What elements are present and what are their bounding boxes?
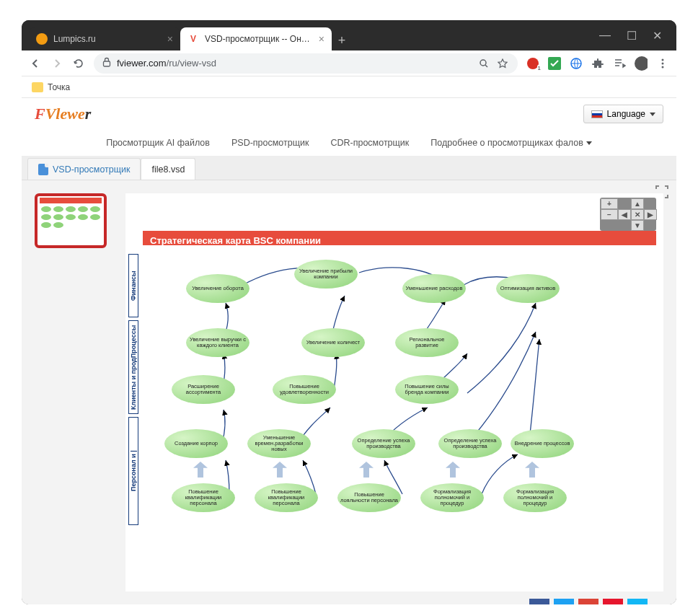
url-bar[interactable]: fviewer.com/ru/view-vsd bbox=[94, 53, 518, 74]
puzzle-extensions-icon[interactable] bbox=[591, 57, 604, 70]
share-qq[interactable] bbox=[627, 599, 648, 604]
minimize-icon[interactable]: — bbox=[599, 29, 611, 42]
pan-right-button[interactable]: ▶ bbox=[644, 209, 657, 220]
reset-view-button[interactable]: ✕ bbox=[631, 209, 644, 220]
up-arrow-icon bbox=[525, 462, 539, 478]
nav-label: PSD-просмотрщик bbox=[231, 138, 309, 148]
up-arrow-icon bbox=[193, 462, 208, 478]
svg-point-8 bbox=[662, 66, 664, 68]
url-host: fviewer.com bbox=[117, 58, 167, 69]
pan-left-button[interactable]: ◀ bbox=[618, 209, 631, 220]
main-nav: Просмотрщик AI файлов PSD-просмотрщик CD… bbox=[22, 130, 676, 156]
diagram-bubble: Формализация полномочий и процедур bbox=[420, 483, 484, 512]
search-in-url-icon[interactable] bbox=[477, 57, 490, 70]
nav-psd-viewer[interactable]: PSD-просмотрщик bbox=[231, 138, 309, 148]
diagram-bubble: Региональное развитие bbox=[395, 328, 459, 357]
share-strip bbox=[529, 599, 648, 604]
diagram-bubble: Увеличение выручки с каждого клиента bbox=[186, 328, 249, 357]
viewer-area: + ▲ − ◀ ✕ ▶ ▼ Стратегическая карта BSC к… bbox=[22, 180, 676, 604]
row-label-finance: Финансы bbox=[128, 254, 138, 317]
url-path: /ru/view-vsd bbox=[167, 58, 216, 69]
app-tab-bar: VSD-просмотрщик file8.vsd bbox=[22, 156, 676, 180]
logo-v: Vlewe bbox=[45, 105, 85, 123]
nav-label: Просмотрщик AI файлов bbox=[106, 138, 210, 148]
reload-button[interactable] bbox=[72, 57, 85, 70]
check-extension-icon[interactable] bbox=[548, 57, 561, 70]
up-arrow-icon bbox=[446, 462, 460, 478]
flag-ru-icon bbox=[591, 110, 603, 118]
address-bar-row: fviewer.com/ru/view-vsd 1 bbox=[22, 50, 676, 76]
diagram-row-labels: Финансы Клиенты и продПроцессы Персонал … bbox=[128, 247, 141, 584]
new-tab-button[interactable]: + bbox=[332, 30, 352, 50]
diagram-bubble: Увеличение прибыли компании bbox=[294, 260, 358, 289]
zoom-out-button[interactable]: − bbox=[601, 209, 618, 220]
share-weibo[interactable] bbox=[603, 599, 623, 604]
site-header: FVlewer Language bbox=[22, 98, 676, 130]
diagram-bubble: Повышение силы бренда компании bbox=[395, 375, 459, 404]
nav-more-viewers[interactable]: Подробнее о просмотрщиках фалов bbox=[430, 138, 592, 148]
profile-avatar[interactable] bbox=[635, 57, 648, 70]
tab-title: VSD-просмотрщик -- Онлайн п… bbox=[205, 34, 313, 44]
diagram-bubble: Уменьшение времен.разработки новых bbox=[247, 429, 311, 458]
zoom-pan-pad: + ▲ − ◀ ✕ ▶ ▼ bbox=[600, 198, 656, 231]
document-icon bbox=[38, 164, 48, 175]
nav-label: CDR-просмотрщик bbox=[330, 138, 409, 148]
diagram-body: Увеличение оборота Увеличение прибыли ко… bbox=[143, 245, 656, 584]
lock-icon bbox=[102, 57, 111, 69]
logo[interactable]: FVlewer bbox=[35, 105, 91, 123]
maximize-icon[interactable]: ☐ bbox=[627, 29, 637, 43]
logo-r: r bbox=[85, 105, 92, 123]
diagram-canvas[interactable]: + ▲ − ◀ ✕ ▶ ▼ Стратегическая карта BSC к… bbox=[125, 193, 663, 591]
language-label: Language bbox=[607, 109, 645, 119]
back-button[interactable] bbox=[29, 57, 42, 70]
folder-icon bbox=[32, 82, 43, 92]
share-twitter[interactable] bbox=[554, 599, 574, 604]
zoom-in-button[interactable]: + bbox=[601, 198, 618, 209]
bookmarks-bar: Точка bbox=[22, 76, 676, 98]
app-tab-file[interactable]: file8.vsd bbox=[141, 158, 195, 180]
page-thumbnail[interactable] bbox=[35, 193, 107, 248]
share-facebook[interactable] bbox=[529, 599, 549, 604]
pan-up-button[interactable]: ▲ bbox=[631, 198, 644, 209]
star-icon[interactable] bbox=[496, 57, 509, 70]
close-window-icon[interactable]: ✕ bbox=[653, 29, 662, 43]
language-selector[interactable]: Language bbox=[583, 105, 663, 123]
chevron-down-icon bbox=[586, 141, 592, 145]
window-controls: — ☐ ✕ bbox=[585, 20, 676, 50]
diagram-bubble: Расширение ассортимента bbox=[172, 375, 235, 404]
close-icon[interactable]: × bbox=[167, 33, 173, 45]
app-tab-label: file8.vsd bbox=[151, 164, 185, 175]
app-tab-main[interactable]: VSD-просмотрщик bbox=[27, 158, 141, 180]
up-arrow-icon bbox=[359, 462, 374, 478]
nav-label: Подробнее о просмотрщиках фалов bbox=[430, 138, 583, 148]
up-arrow-icon bbox=[273, 462, 287, 478]
nav-cdr-viewer[interactable]: CDR-просмотрщик bbox=[330, 138, 409, 148]
chevron-down-icon bbox=[650, 113, 655, 116]
menu-icon[interactable] bbox=[656, 57, 669, 70]
diagram-bubble: Создание корпор bbox=[164, 429, 228, 458]
svg-point-1 bbox=[480, 60, 486, 66]
bookmark-item[interactable]: Точка bbox=[48, 82, 70, 92]
close-icon[interactable]: × bbox=[319, 33, 324, 45]
diagram-bubble: Определение успеха производства bbox=[438, 429, 502, 458]
globe-extension-icon[interactable] bbox=[570, 57, 583, 70]
adblock-icon[interactable]: 1 bbox=[526, 57, 539, 70]
diagram-bubble: Оптимизация активов bbox=[496, 274, 560, 303]
browser-tab-strip: Lumpics.ru × V VSD-просмотрщик -- Онлайн… bbox=[22, 20, 676, 50]
favicon-icon bbox=[36, 33, 48, 45]
share-google[interactable] bbox=[578, 599, 598, 604]
nav-ai-viewer[interactable]: Просмотрщик AI файлов bbox=[106, 138, 210, 148]
pan-down-button[interactable]: ▼ bbox=[631, 220, 644, 231]
diagram-bubble: Определение успеха производства bbox=[352, 429, 415, 458]
browser-tab-fviewer[interactable]: V VSD-просмотрщик -- Онлайн п… × bbox=[180, 27, 332, 50]
diagram-bubble: Повышение квалификации персонала bbox=[255, 483, 318, 512]
diagram-bubble: Повышение удовлетворенности bbox=[273, 375, 336, 404]
svg-point-7 bbox=[662, 62, 664, 64]
browser-tab-lumpics[interactable]: Lumpics.ru × bbox=[29, 27, 180, 50]
page-content: FVlewer Language Просмотрщик AI файлов P… bbox=[22, 98, 676, 604]
diagram-bubble: Увеличение количест bbox=[301, 328, 365, 357]
tab-title: Lumpics.ru bbox=[53, 34, 162, 44]
playlist-extension-icon[interactable] bbox=[613, 57, 626, 70]
svg-point-6 bbox=[662, 58, 664, 61]
diagram-bubble: Повышение квалификации персонала bbox=[172, 483, 235, 512]
